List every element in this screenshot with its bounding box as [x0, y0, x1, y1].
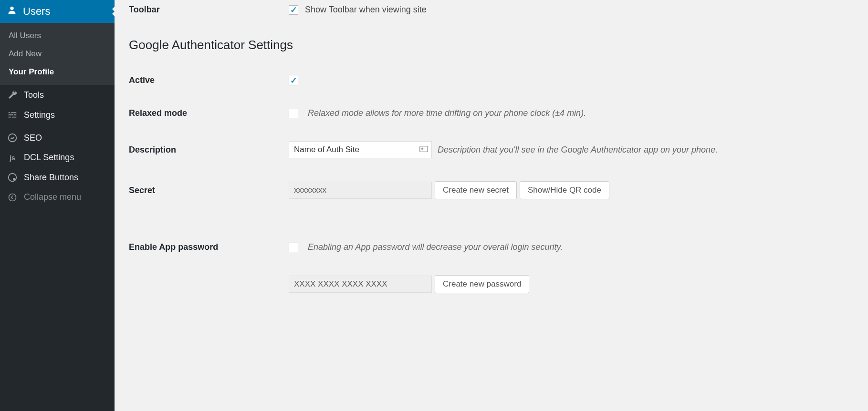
nav-label: DCL Settings — [24, 153, 74, 163]
svg-point-2 — [9, 174, 17, 182]
input-secret[interactable] — [289, 182, 432, 199]
btn-create-password[interactable]: Create new password — [435, 275, 529, 293]
sidebar-item-tools[interactable]: Tools — [0, 85, 115, 105]
section-title-ga: Google Authenticator Settings — [129, 38, 854, 52]
nav-label: Tools — [24, 90, 44, 100]
main-content: Toolbar Show Toolbar when viewing site G… — [115, 0, 868, 411]
collapse-icon — [7, 193, 18, 202]
checkbox-active[interactable] — [289, 76, 298, 85]
admin-sidebar: Users All Users Add New Your Profile Too… — [0, 0, 115, 411]
hint-app-password: Enabling an App password will decrease y… — [308, 242, 563, 252]
label-active: Active — [129, 75, 289, 85]
row-app-password: Enable App password Enabling an App pass… — [129, 242, 854, 252]
label-relaxed: Relaxed mode — [129, 108, 289, 118]
wrench-icon — [7, 90, 18, 100]
hint-relaxed: Relaxed mode allows for more time drifti… — [308, 108, 586, 118]
nav-label: Settings — [24, 110, 55, 120]
sliders-icon — [7, 110, 18, 120]
sidebar-item-dcl[interactable]: js DCL Settings — [0, 148, 115, 167]
svg-point-3 — [13, 178, 15, 181]
sidebar-sub-your-profile[interactable]: Your Profile — [0, 63, 115, 81]
row-relaxed: Relaxed mode Relaxed mode allows for mor… — [129, 108, 854, 118]
svg-point-6 — [421, 148, 424, 150]
label-secret: Secret — [129, 185, 289, 195]
svg-point-0 — [10, 7, 13, 10]
row-toolbar: Toolbar Show Toolbar when viewing site — [129, 5, 854, 15]
js-icon: js — [7, 154, 18, 162]
btn-toggle-qr[interactable]: Show/Hide QR code — [520, 181, 609, 199]
label-description: Description — [129, 145, 289, 155]
svg-rect-5 — [420, 146, 428, 152]
row-description: Description Description that you'll see … — [129, 141, 854, 158]
row-app-password-gen: Create new password — [129, 275, 854, 293]
checkbox-app-password[interactable] — [289, 243, 298, 252]
sidebar-sub-all-users[interactable]: All Users — [0, 27, 115, 45]
sidebar-item-seo[interactable]: SEO — [0, 128, 115, 148]
input-description[interactable] — [289, 141, 432, 158]
seo-icon — [7, 133, 18, 143]
share-icon — [7, 172, 18, 183]
sidebar-collapse[interactable]: Collapse menu — [0, 187, 115, 207]
sidebar-item-share[interactable]: Share Buttons — [0, 167, 115, 187]
sidebar-section-label: Users — [23, 5, 50, 18]
checkbox-relaxed[interactable] — [289, 109, 298, 118]
row-active: Active — [129, 75, 854, 85]
input-app-password[interactable] — [289, 276, 432, 293]
nav-label: Collapse menu — [24, 192, 81, 202]
nav-label: Share Buttons — [24, 173, 78, 183]
label-app-password: Enable App password — [129, 242, 289, 252]
btn-create-secret[interactable]: Create new secret — [435, 181, 517, 199]
contact-card-icon — [419, 146, 428, 154]
row-secret: Secret Create new secret Show/Hide QR co… — [129, 181, 854, 199]
user-icon — [7, 5, 17, 18]
label-toolbar: Toolbar — [129, 5, 289, 15]
sidebar-sub-add-new[interactable]: Add New — [0, 45, 115, 63]
sidebar-item-settings[interactable]: Settings — [0, 105, 115, 125]
svg-point-4 — [9, 194, 16, 201]
nav-label: SEO — [24, 133, 42, 143]
hint-description: Description that you'll see in the Googl… — [438, 145, 718, 155]
checkbox-toolbar-label: Show Toolbar when viewing site — [305, 5, 427, 15]
sidebar-submenu: All Users Add New Your Profile — [0, 23, 115, 85]
sidebar-section-users[interactable]: Users — [0, 0, 115, 23]
checkbox-toolbar[interactable] — [289, 5, 298, 15]
